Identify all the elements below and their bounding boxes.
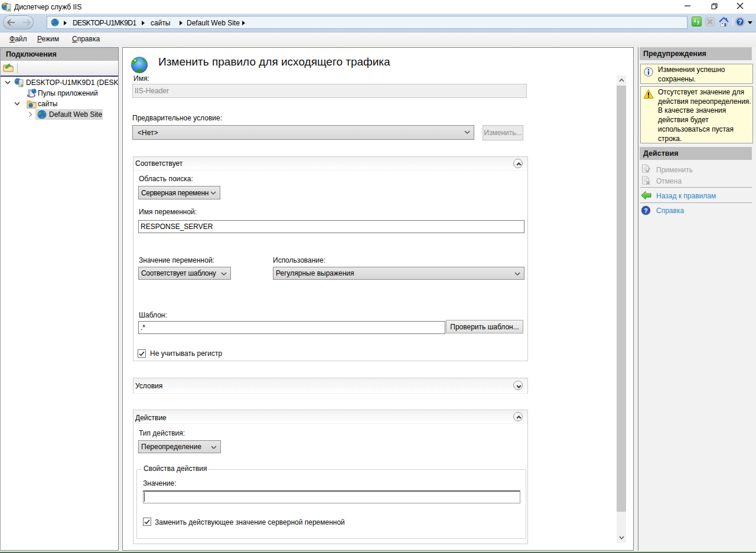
svg-text:?: ? [738, 18, 742, 25]
svg-text:?: ? [644, 207, 647, 214]
